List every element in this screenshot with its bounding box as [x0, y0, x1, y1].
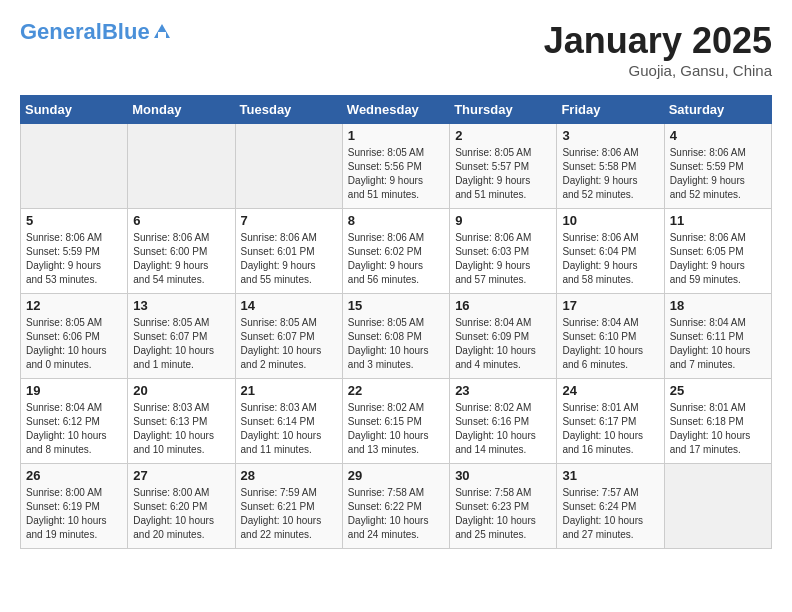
day-number: 10 — [562, 213, 658, 228]
day-info: Sunrise: 8:04 AM Sunset: 6:11 PM Dayligh… — [670, 316, 766, 372]
day-number: 28 — [241, 468, 337, 483]
day-of-week-header: Thursday — [450, 96, 557, 124]
day-number: 2 — [455, 128, 551, 143]
calendar-cell: 28Sunrise: 7:59 AM Sunset: 6:21 PM Dayli… — [235, 464, 342, 549]
day-info: Sunrise: 8:04 AM Sunset: 6:10 PM Dayligh… — [562, 316, 658, 372]
day-number: 14 — [241, 298, 337, 313]
day-number: 6 — [133, 213, 229, 228]
day-of-week-header: Sunday — [21, 96, 128, 124]
logo-text: GeneralBlue — [20, 20, 150, 44]
day-info: Sunrise: 8:05 AM Sunset: 6:06 PM Dayligh… — [26, 316, 122, 372]
day-number: 23 — [455, 383, 551, 398]
day-number: 27 — [133, 468, 229, 483]
day-info: Sunrise: 7:58 AM Sunset: 6:22 PM Dayligh… — [348, 486, 444, 542]
calendar-cell: 11Sunrise: 8:06 AM Sunset: 6:05 PM Dayli… — [664, 209, 771, 294]
day-number: 13 — [133, 298, 229, 313]
calendar-table: SundayMondayTuesdayWednesdayThursdayFrid… — [20, 95, 772, 549]
calendar-cell: 29Sunrise: 7:58 AM Sunset: 6:22 PM Dayli… — [342, 464, 449, 549]
title-block: January 2025 Guojia, Gansu, China — [544, 20, 772, 79]
calendar-cell: 13Sunrise: 8:05 AM Sunset: 6:07 PM Dayli… — [128, 294, 235, 379]
day-number: 22 — [348, 383, 444, 398]
calendar-cell: 10Sunrise: 8:06 AM Sunset: 6:04 PM Dayli… — [557, 209, 664, 294]
day-info: Sunrise: 8:03 AM Sunset: 6:13 PM Dayligh… — [133, 401, 229, 457]
day-number: 1 — [348, 128, 444, 143]
day-number: 19 — [26, 383, 122, 398]
calendar-cell: 4Sunrise: 8:06 AM Sunset: 5:59 PM Daylig… — [664, 124, 771, 209]
day-number: 3 — [562, 128, 658, 143]
calendar-cell: 25Sunrise: 8:01 AM Sunset: 6:18 PM Dayli… — [664, 379, 771, 464]
calendar-cell: 22Sunrise: 8:02 AM Sunset: 6:15 PM Dayli… — [342, 379, 449, 464]
calendar-cell: 26Sunrise: 8:00 AM Sunset: 6:19 PM Dayli… — [21, 464, 128, 549]
calendar-cell: 27Sunrise: 8:00 AM Sunset: 6:20 PM Dayli… — [128, 464, 235, 549]
day-info: Sunrise: 8:05 AM Sunset: 5:57 PM Dayligh… — [455, 146, 551, 202]
day-number: 17 — [562, 298, 658, 313]
day-number: 25 — [670, 383, 766, 398]
calendar-cell: 3Sunrise: 8:06 AM Sunset: 5:58 PM Daylig… — [557, 124, 664, 209]
calendar-cell: 12Sunrise: 8:05 AM Sunset: 6:06 PM Dayli… — [21, 294, 128, 379]
day-info: Sunrise: 8:05 AM Sunset: 6:07 PM Dayligh… — [133, 316, 229, 372]
month-title: January 2025 — [544, 20, 772, 62]
day-info: Sunrise: 8:01 AM Sunset: 6:18 PM Dayligh… — [670, 401, 766, 457]
location: Guojia, Gansu, China — [544, 62, 772, 79]
svg-marker-0 — [154, 24, 170, 38]
calendar-week-row: 19Sunrise: 8:04 AM Sunset: 6:12 PM Dayli… — [21, 379, 772, 464]
day-info: Sunrise: 8:02 AM Sunset: 6:16 PM Dayligh… — [455, 401, 551, 457]
day-number: 15 — [348, 298, 444, 313]
calendar-cell — [664, 464, 771, 549]
calendar-cell: 30Sunrise: 7:58 AM Sunset: 6:23 PM Dayli… — [450, 464, 557, 549]
calendar-cell: 19Sunrise: 8:04 AM Sunset: 6:12 PM Dayli… — [21, 379, 128, 464]
calendar-cell: 9Sunrise: 8:06 AM Sunset: 6:03 PM Daylig… — [450, 209, 557, 294]
calendar-cell: 24Sunrise: 8:01 AM Sunset: 6:17 PM Dayli… — [557, 379, 664, 464]
calendar-cell — [128, 124, 235, 209]
day-info: Sunrise: 8:06 AM Sunset: 6:03 PM Dayligh… — [455, 231, 551, 287]
day-number: 24 — [562, 383, 658, 398]
day-info: Sunrise: 8:04 AM Sunset: 6:12 PM Dayligh… — [26, 401, 122, 457]
day-number: 29 — [348, 468, 444, 483]
calendar-cell: 15Sunrise: 8:05 AM Sunset: 6:08 PM Dayli… — [342, 294, 449, 379]
day-info: Sunrise: 8:06 AM Sunset: 5:59 PM Dayligh… — [670, 146, 766, 202]
day-number: 11 — [670, 213, 766, 228]
day-info: Sunrise: 8:00 AM Sunset: 6:20 PM Dayligh… — [133, 486, 229, 542]
day-number: 16 — [455, 298, 551, 313]
calendar-cell: 16Sunrise: 8:04 AM Sunset: 6:09 PM Dayli… — [450, 294, 557, 379]
day-number: 8 — [348, 213, 444, 228]
day-info: Sunrise: 8:06 AM Sunset: 5:58 PM Dayligh… — [562, 146, 658, 202]
calendar-cell: 31Sunrise: 7:57 AM Sunset: 6:24 PM Dayli… — [557, 464, 664, 549]
day-info: Sunrise: 7:57 AM Sunset: 6:24 PM Dayligh… — [562, 486, 658, 542]
day-of-week-header: Saturday — [664, 96, 771, 124]
page-header: GeneralBlue January 2025 Guojia, Gansu, … — [20, 20, 772, 79]
day-info: Sunrise: 8:02 AM Sunset: 6:15 PM Dayligh… — [348, 401, 444, 457]
calendar-week-row: 1Sunrise: 8:05 AM Sunset: 5:56 PM Daylig… — [21, 124, 772, 209]
calendar-cell: 2Sunrise: 8:05 AM Sunset: 5:57 PM Daylig… — [450, 124, 557, 209]
calendar-cell: 23Sunrise: 8:02 AM Sunset: 6:16 PM Dayli… — [450, 379, 557, 464]
day-of-week-header: Tuesday — [235, 96, 342, 124]
day-info: Sunrise: 8:05 AM Sunset: 5:56 PM Dayligh… — [348, 146, 444, 202]
day-info: Sunrise: 8:06 AM Sunset: 6:00 PM Dayligh… — [133, 231, 229, 287]
day-number: 26 — [26, 468, 122, 483]
day-number: 20 — [133, 383, 229, 398]
day-number: 30 — [455, 468, 551, 483]
day-info: Sunrise: 8:05 AM Sunset: 6:08 PM Dayligh… — [348, 316, 444, 372]
day-info: Sunrise: 8:06 AM Sunset: 6:01 PM Dayligh… — [241, 231, 337, 287]
calendar-cell: 20Sunrise: 8:03 AM Sunset: 6:13 PM Dayli… — [128, 379, 235, 464]
calendar-week-row: 5Sunrise: 8:06 AM Sunset: 5:59 PM Daylig… — [21, 209, 772, 294]
day-info: Sunrise: 8:04 AM Sunset: 6:09 PM Dayligh… — [455, 316, 551, 372]
day-info: Sunrise: 7:59 AM Sunset: 6:21 PM Dayligh… — [241, 486, 337, 542]
calendar-cell: 18Sunrise: 8:04 AM Sunset: 6:11 PM Dayli… — [664, 294, 771, 379]
day-info: Sunrise: 8:06 AM Sunset: 6:02 PM Dayligh… — [348, 231, 444, 287]
calendar-cell: 1Sunrise: 8:05 AM Sunset: 5:56 PM Daylig… — [342, 124, 449, 209]
day-of-week-header: Wednesday — [342, 96, 449, 124]
calendar-cell — [21, 124, 128, 209]
calendar-cell — [235, 124, 342, 209]
day-info: Sunrise: 8:03 AM Sunset: 6:14 PM Dayligh… — [241, 401, 337, 457]
calendar-cell: 21Sunrise: 8:03 AM Sunset: 6:14 PM Dayli… — [235, 379, 342, 464]
day-number: 7 — [241, 213, 337, 228]
day-info: Sunrise: 8:01 AM Sunset: 6:17 PM Dayligh… — [562, 401, 658, 457]
day-info: Sunrise: 7:58 AM Sunset: 6:23 PM Dayligh… — [455, 486, 551, 542]
calendar-week-row: 12Sunrise: 8:05 AM Sunset: 6:06 PM Dayli… — [21, 294, 772, 379]
day-number: 4 — [670, 128, 766, 143]
day-of-week-header: Monday — [128, 96, 235, 124]
calendar-cell: 6Sunrise: 8:06 AM Sunset: 6:00 PM Daylig… — [128, 209, 235, 294]
day-info: Sunrise: 8:05 AM Sunset: 6:07 PM Dayligh… — [241, 316, 337, 372]
day-number: 9 — [455, 213, 551, 228]
